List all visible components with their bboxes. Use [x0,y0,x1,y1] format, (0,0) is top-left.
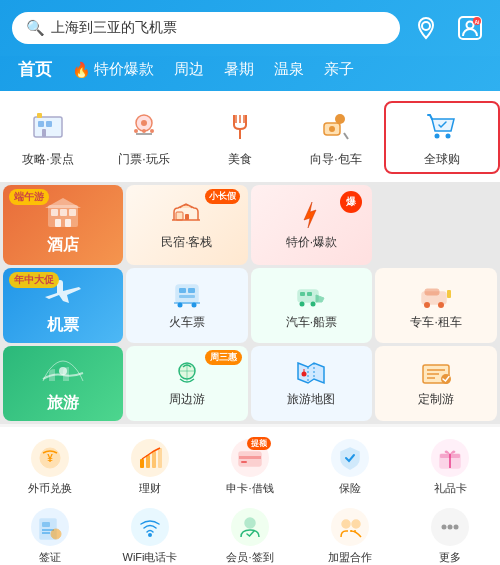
svg-rect-7 [46,121,52,127]
franchise-icon [331,508,369,546]
tile-map[interactable]: 旅游地图 [251,346,373,421]
forex-label: 外币兑换 [28,481,72,496]
svg-line-22 [344,133,348,139]
tile-train[interactable]: 火车票 [126,268,248,343]
food-icon [220,107,260,147]
svg-point-45 [300,302,305,307]
cat-food-label: 美食 [228,151,252,168]
svg-point-46 [311,302,316,307]
svg-rect-51 [447,290,451,298]
svg-rect-69 [239,456,261,459]
guide-icon [316,107,356,147]
location-icon[interactable] [408,10,444,46]
more-label: 更多 [439,550,461,565]
tab-nearby[interactable]: 周边 [164,58,214,81]
svg-rect-29 [69,209,76,216]
svg-text:¥: ¥ [47,453,53,464]
visa-label: 签证 [39,550,61,565]
svg-point-82 [352,520,360,528]
bottom-franchise[interactable]: 加盟合作 [300,508,400,565]
svg-point-79 [148,533,152,537]
forex-icon: ¥ [31,439,69,477]
category-row: 攻略·景点 门票·玩乐 美食 [0,91,500,182]
tile-deals[interactable]: 爆 特价·爆款 [251,185,373,265]
fire-icon: 🔥 [72,61,91,79]
svg-point-21 [335,114,345,124]
bottom-visa[interactable]: 签证 [0,508,100,565]
franchise-label: 加盟合作 [328,550,372,565]
cat-tickets[interactable]: 门票·玩乐 [96,107,192,168]
visa-icon [31,508,69,546]
flight-label: 机票 [47,315,79,336]
tab-hotspring[interactable]: 温泉 [264,58,314,81]
bottom-wifi[interactable]: WiFi电话卡 [100,508,200,565]
cat-attractions[interactable]: 攻略·景点 [0,107,96,168]
tab-family[interactable]: 亲子 [314,58,364,81]
deals-label: 特价·爆款 [286,234,337,251]
tab-summer[interactable]: 暑期 [214,58,264,81]
tile-bus-ferry[interactable]: 汽车·船票 [251,268,373,343]
nav-tabs: 首页 🔥 特价爆款 周边 暑期 温泉 亲子 [0,56,500,91]
svg-rect-70 [241,461,247,463]
bottom-finance[interactable]: 理财 [100,439,200,496]
bnb-badge: 小长假 [205,189,240,204]
hotel-label: 酒店 [47,235,79,256]
svg-rect-28 [60,209,67,216]
tile-bnb[interactable]: 小长假 民宿·客栈 [126,185,248,265]
tile-flight[interactable]: 年中大促 机票 [3,268,123,343]
cat-tickets-label: 门票·玩乐 [118,151,169,168]
cat-guide[interactable]: 向导·包车 [288,107,384,168]
bus-ferry-label: 汽车·船票 [286,314,337,331]
user-icon[interactable]: Ai [452,10,488,46]
card-label: 申卡·借钱 [226,481,273,496]
bottom-forex[interactable]: ¥ 外币兑换 [0,439,100,496]
svg-rect-27 [51,209,58,216]
bnb-label: 民宿·客栈 [161,234,212,251]
svg-rect-34 [185,214,189,220]
tile-travel[interactable]: 旅游 [3,346,123,421]
local-tour-badge: 周三惠 [205,350,242,365]
tab-deals[interactable]: 🔥 特价爆款 [62,58,164,81]
svg-point-24 [435,134,440,139]
cat-guide-label: 向导·包车 [310,151,361,168]
bottom-member[interactable]: 会员·签到 [200,508,300,565]
more-icon [431,508,469,546]
svg-rect-33 [176,212,183,220]
icon-row-2: 签证 WiFi电话卡 会员·签到 [0,504,500,565]
tickets-icon [124,107,164,147]
svg-rect-65 [146,455,150,468]
tile-taxi[interactable]: 专车·租车 [375,268,497,343]
main-grid: 端午游 酒店 小长假 民宿·客栈 爆 特价·爆款 [0,182,500,424]
cat-global-shopping[interactable]: 全球购 [384,101,500,174]
tile-custom[interactable]: 定制游 [375,346,497,421]
svg-point-11 [141,120,147,126]
svg-point-23 [329,126,335,132]
svg-point-86 [454,525,459,530]
svg-rect-38 [179,295,195,298]
attractions-icon [28,107,68,147]
tile-hotel[interactable]: 端午游 酒店 [3,185,123,265]
bottom-giftcard[interactable]: 礼品卡 [400,439,500,496]
svg-rect-44 [307,292,312,296]
search-box[interactable]: 🔍 上海到三亚的飞机票 [12,12,400,44]
cat-food[interactable]: 美食 [192,107,288,168]
tab-home[interactable]: 首页 [8,56,62,83]
bottom-card[interactable]: 提额 申卡·借钱 [200,439,300,496]
svg-rect-75 [42,522,50,527]
svg-point-80 [245,518,255,528]
svg-point-14 [142,129,146,133]
svg-rect-36 [179,288,186,293]
svg-rect-35 [176,285,198,303]
giftcard-icon [431,439,469,477]
bottom-icons: ¥ 外币兑换 理财 提额 [0,427,500,565]
svg-rect-31 [65,219,71,227]
card-icon: 提额 [231,439,269,477]
member-label: 会员·签到 [226,550,273,565]
local-tour-label: 周边游 [169,391,205,408]
hotel-badge: 端午游 [9,189,49,205]
tile-local-tour[interactable]: 周三惠 周边游 [126,346,248,421]
insurance-label: 保险 [339,481,361,496]
bottom-more[interactable]: 更多 [400,508,500,565]
bottom-insurance[interactable]: 保险 [300,439,400,496]
map-label: 旅游地图 [287,391,335,408]
